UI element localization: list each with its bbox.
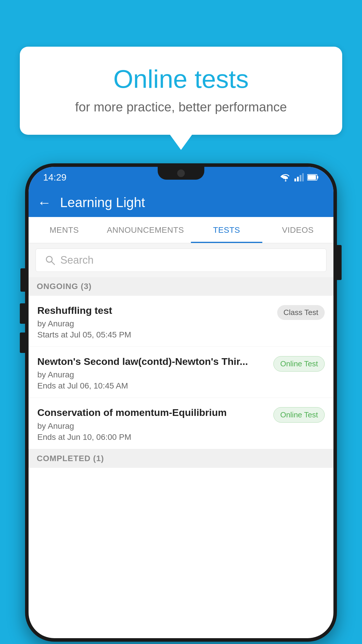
volume-up-button: [20, 303, 25, 324]
speech-bubble-container: Online tests for more practice, better p…: [20, 47, 342, 135]
test-name-2: Newton's Second law(contd)-Newton's Thir…: [37, 355, 268, 368]
test-badge-3: Online Test: [273, 407, 325, 423]
ongoing-section-title: ONGOING (3): [37, 282, 92, 291]
tabs-bar: MENTS ANNOUNCEMENTS TESTS VIDEOS: [29, 217, 333, 243]
wifi-icon: [280, 173, 291, 181]
search-box[interactable]: Search: [36, 249, 326, 272]
app-bar: ← Learning Light: [29, 188, 333, 217]
signal-icon: [294, 173, 304, 181]
test-item-1[interactable]: Reshuffling test by Anurag Starts at Jul…: [29, 296, 333, 347]
test-name-3: Conservation of momentum-Equilibrium: [37, 406, 268, 419]
test-item-2[interactable]: Newton's Second law(contd)-Newton's Thir…: [29, 347, 333, 398]
svg-rect-7: [308, 175, 316, 180]
test-info-3: Conservation of momentum-Equilibrium by …: [37, 406, 273, 442]
bubble-title: Online tests: [43, 64, 319, 94]
status-time: 14:29: [43, 172, 66, 183]
search-container: Search: [29, 243, 333, 277]
test-item-3[interactable]: Conservation of momentum-Equilibrium by …: [29, 398, 333, 449]
completed-section-header: COMPLETED (1): [29, 449, 333, 468]
svg-point-0: [285, 180, 287, 182]
tests-list: Reshuffling test by Anurag Starts at Jul…: [29, 296, 333, 449]
svg-rect-4: [302, 173, 304, 181]
search-icon: [45, 255, 56, 266]
battery-icon: [307, 174, 319, 181]
completed-section-title: COMPLETED (1): [37, 454, 104, 463]
tab-announcements[interactable]: ANNOUNCEMENTS: [100, 217, 191, 243]
svg-rect-2: [297, 177, 299, 181]
phone-outer: 14:29: [25, 163, 337, 642]
test-badge-2: Online Test: [273, 356, 325, 372]
test-time-3: Ends at Jun 10, 06:00 PM: [37, 433, 268, 442]
phone-screen: 14:29: [29, 167, 333, 638]
svg-rect-3: [300, 175, 301, 181]
search-placeholder: Search: [60, 254, 94, 266]
test-name-1: Reshuffling test: [37, 304, 271, 317]
phone-notch: [158, 167, 204, 180]
test-time-2: Ends at Jul 06, 10:45 AM: [37, 381, 268, 391]
back-button[interactable]: ←: [37, 195, 51, 211]
test-by-2: by Anurag: [37, 370, 268, 379]
volume-down-button: [20, 332, 25, 353]
svg-rect-6: [317, 176, 318, 178]
speech-bubble: Online tests for more practice, better p…: [20, 47, 342, 135]
ongoing-section-header: ONGOING (3): [29, 277, 333, 296]
test-time-1: Starts at Jul 05, 05:45 PM: [37, 330, 271, 340]
tab-tests[interactable]: TESTS: [191, 217, 262, 243]
test-info-2: Newton's Second law(contd)-Newton's Thir…: [37, 355, 273, 391]
phone-frame: 14:29: [25, 163, 337, 642]
test-by-3: by Anurag: [37, 421, 268, 431]
test-by-1: by Anurag: [37, 319, 271, 328]
tab-videos[interactable]: VIDEOS: [262, 217, 333, 243]
bubble-subtitle: for more practice, better performance: [43, 100, 319, 114]
test-badge-1: Class Test: [277, 305, 325, 320]
svg-rect-1: [294, 178, 296, 181]
status-icons: [280, 173, 319, 181]
svg-line-9: [51, 261, 55, 265]
app-title: Learning Light: [60, 195, 145, 210]
tab-ments[interactable]: MENTS: [29, 217, 100, 243]
test-info-1: Reshuffling test by Anurag Starts at Jul…: [37, 304, 277, 340]
